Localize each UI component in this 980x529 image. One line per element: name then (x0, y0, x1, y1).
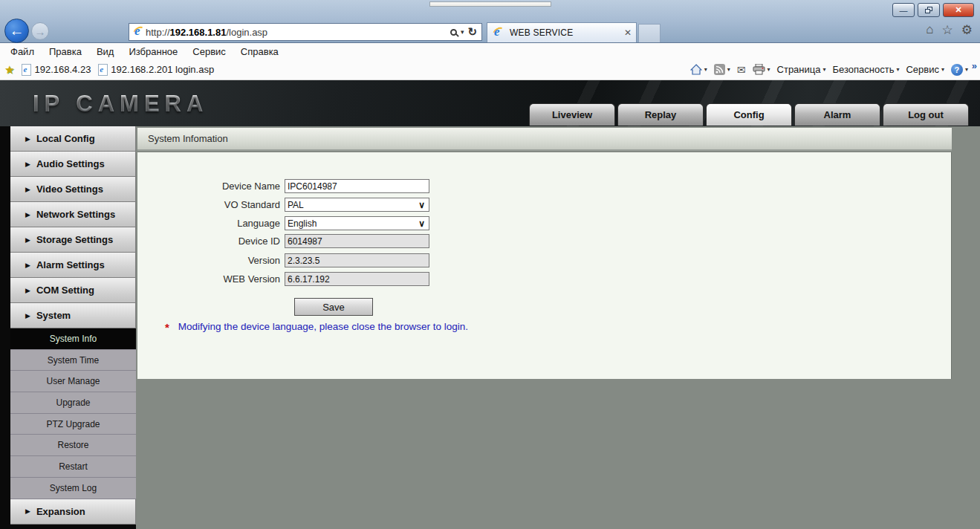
sidebar-item-expansion[interactable]: ▶ Expansion (10, 499, 136, 525)
ie-page-icon: e (98, 64, 108, 76)
chevron-down-icon: ∨ (418, 218, 426, 229)
tab-title: WEB SERVICE (510, 27, 620, 38)
sidebar-item-restart[interactable]: Restart (10, 456, 136, 478)
read-mail-button[interactable]: ✉ (737, 64, 746, 76)
print-button[interactable]: ▾ (753, 64, 770, 75)
device-name-input[interactable] (285, 179, 429, 193)
sidebar-item-user-manage[interactable]: User Manage (10, 371, 136, 392)
device-id-label: Device ID (137, 236, 285, 247)
chevron-right-icon: ▶ (25, 287, 30, 294)
address-bar[interactable]: e http://192.168.1.81/login.asp ▾ ↻ (129, 23, 482, 41)
favorite-link[interactable]: e 192.168.4.23 (22, 64, 91, 76)
menu-bar: Файл Правка Вид Избранное Сервис Справка (0, 43, 980, 59)
add-favorite-icon[interactable]: ★ (4, 63, 14, 77)
sidebar: ▶ Local Config ▶ Audio Settings ▶ Video … (10, 126, 136, 525)
app-header: IP CAMERA Liveview Replay Config Alarm L… (0, 80, 980, 126)
house-icon (690, 64, 702, 75)
rss-feed-button[interactable]: ▾ (714, 64, 730, 75)
menu-favorites[interactable]: Избранное (121, 46, 185, 57)
sidebar-item-alarm-settings[interactable]: ▶ Alarm Settings (10, 253, 136, 278)
menu-view[interactable]: Вид (89, 46, 122, 57)
sidebar-item-system-info[interactable]: System Info (10, 328, 136, 350)
navigation-bar: ← → e http://192.168.1.81/login.asp ▾ ↻ … (0, 21, 980, 43)
sidebar-item-storage-settings[interactable]: ▶ Storage Settings (10, 227, 136, 253)
search-icon[interactable] (450, 29, 457, 36)
tools-menu-button[interactable]: Сервис▾ (906, 64, 944, 75)
security-menu-button[interactable]: Безопасность▾ (832, 64, 899, 75)
tab-replay[interactable]: Replay (617, 103, 704, 126)
toolbar-overflow-icon[interactable]: » (972, 60, 977, 71)
page-menu-button[interactable]: Страница▾ (777, 64, 826, 75)
home-page-button[interactable]: ▾ (690, 64, 707, 75)
minimize-button[interactable]: — (892, 3, 915, 17)
content-panel: Device Name VO Standard PAL ∨ Language E… (137, 152, 952, 379)
chrome-action-icons: ⌂ ☆ ⚙ (926, 22, 973, 38)
vo-standard-select[interactable]: PAL ∨ (285, 198, 429, 212)
chevron-right-icon: ▶ (25, 262, 30, 269)
version-value: 2.3.23.5 (285, 253, 429, 267)
refresh-icon[interactable]: ↻ (467, 25, 477, 39)
form-row-version: Version 2.3.23.5 (137, 253, 429, 267)
window-controls: — ✕ (892, 3, 974, 17)
note-text: Modifying the device language, please cl… (178, 321, 468, 332)
version-label: Version (137, 255, 285, 266)
sidebar-item-video-settings[interactable]: ▶ Video Settings (10, 177, 136, 202)
sidebar-item-ptz-upgrade[interactable]: PTZ Upgrade (10, 414, 136, 435)
form-row-device-id: Device ID 6014987 (137, 234, 429, 248)
form-row-web-version: WEB Version 6.6.17.192 (137, 272, 429, 286)
sidebar-item-system[interactable]: ▶ System (10, 303, 136, 328)
chevron-right-icon: ▶ (25, 507, 30, 515)
page-title: System Infomation (137, 128, 952, 151)
app-nav-tabs: Liveview Replay Config Alarm Log out (529, 103, 969, 126)
chevron-right-icon: ▶ (25, 211, 30, 218)
language-label: Language (137, 218, 285, 229)
sidebar-item-network-settings[interactable]: ▶ Network Settings (10, 202, 136, 227)
favorites-bar: ★ e 192.168.4.23 e 192.168.2.201 login.a… (0, 59, 980, 80)
tab-logout[interactable]: Log out (883, 103, 969, 126)
menu-tools[interactable]: Сервис (185, 46, 233, 57)
favorite-link[interactable]: e 192.168.2.201 login.asp (98, 64, 214, 76)
new-tab-button[interactable] (638, 24, 661, 42)
page-body: ▶ Local Config ▶ Audio Settings ▶ Video … (0, 126, 980, 529)
language-select[interactable]: English ∨ (285, 216, 429, 230)
sidebar-item-local-config[interactable]: ▶ Local Config (10, 126, 136, 152)
browser-tab[interactable]: e WEB SERVICE ✕ (487, 22, 637, 42)
help-menu-button[interactable]: ? ▾ (951, 64, 968, 76)
chevron-right-icon: ▶ (25, 312, 30, 319)
rss-icon (714, 64, 725, 75)
sidebar-item-upgrade[interactable]: Upgrade (10, 392, 136, 414)
tab-liveview[interactable]: Liveview (529, 103, 615, 126)
main-content: System Infomation Device Name VO Standar… (136, 126, 980, 529)
tab-alarm[interactable]: Alarm (794, 103, 880, 126)
back-button[interactable]: ← (4, 19, 29, 43)
sidebar-item-system-log[interactable]: System Log (10, 478, 136, 499)
window-edge-strip (429, 1, 551, 7)
tab-close-icon[interactable]: ✕ (624, 27, 632, 38)
sidebar-item-audio-settings[interactable]: ▶ Audio Settings (10, 152, 136, 177)
menu-help[interactable]: Справка (233, 46, 286, 57)
close-button[interactable]: ✕ (943, 3, 974, 17)
mail-icon: ✉ (737, 64, 746, 76)
vo-standard-label: VO Standard (137, 199, 285, 210)
url-text[interactable]: http://192.168.1.81/login.asp (146, 27, 450, 38)
sidebar-item-restore[interactable]: Restore (10, 435, 136, 456)
command-bar: ▾ ▾ ✉ ▾ Страница▾ Безопасность▾ Сервис▾ (690, 59, 968, 79)
save-button[interactable]: Save (294, 298, 373, 316)
ie-page-icon: e (22, 64, 31, 76)
menu-edit[interactable]: Правка (42, 46, 89, 57)
home-icon[interactable]: ⌂ (926, 22, 933, 38)
chevron-right-icon: ▶ (25, 160, 30, 168)
forward-button[interactable]: → (31, 22, 49, 40)
menu-file[interactable]: Файл (3, 46, 42, 57)
gear-icon[interactable]: ⚙ (961, 22, 973, 38)
tab-config[interactable]: Config (706, 103, 792, 126)
favorites-star-icon[interactable]: ☆ (942, 22, 953, 38)
restore-button[interactable] (918, 3, 940, 17)
search-dropdown-icon[interactable]: ▾ (461, 28, 464, 36)
sidebar-item-com-setting[interactable]: ▶ COM Setting (10, 278, 136, 303)
sidebar-item-system-time[interactable]: System Time (10, 350, 136, 371)
device-name-label: Device Name (137, 181, 285, 192)
web-version-label: WEB Version (137, 273, 285, 285)
tab-favicon-icon: e (492, 26, 505, 39)
required-asterisk-icon: * (165, 321, 169, 334)
